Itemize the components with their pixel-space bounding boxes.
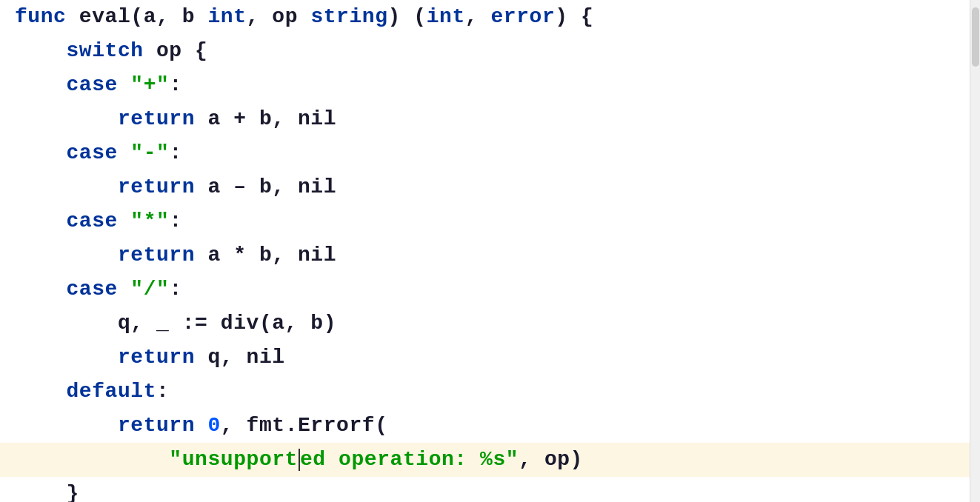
code-token: a + b, nil (207, 107, 336, 130)
code-line: case "-": (0, 136, 980, 170)
code-line: "unsupported operation: %s", op) (0, 443, 980, 477)
code-line-text: case "*": (15, 204, 182, 238)
code-token: case (66, 141, 130, 164)
code-line-text: return 0, fmt.Errorf( (15, 409, 388, 443)
code-token: : (169, 141, 181, 164)
code-token: default (66, 380, 156, 403)
code-token: string (310, 5, 387, 28)
code-token: "-" (130, 141, 169, 164)
code-token: , (465, 5, 491, 28)
code-token: "*" (130, 210, 169, 232)
code-line-text: case "+": (15, 68, 182, 102)
code-line-text: return a * b, nil (15, 238, 336, 272)
code-token: return (118, 346, 208, 369)
code-token: return (118, 244, 208, 267)
code-token: : (156, 380, 169, 403)
code-line-text: q, _ := div(a, b) (15, 307, 336, 341)
scrollbar[interactable] (970, 0, 980, 502)
code-line: return a * b, nil (0, 238, 980, 272)
text-cursor (299, 449, 300, 471)
scrollbar-thumb[interactable] (972, 7, 979, 67)
code-line-text: } (15, 477, 79, 502)
code-token: case (66, 73, 130, 96)
code-token: : (169, 73, 181, 96)
code-line: case "*": (0, 204, 980, 238)
code-line: case "+": (0, 68, 980, 102)
code-line: func eval(a, b int, op string) (int, err… (0, 0, 980, 34)
code-line: case "/": (0, 272, 980, 307)
code-line: return q, nil (0, 341, 980, 375)
code-line: default: (0, 375, 980, 409)
code-token: q, _ := div(a, b) (118, 312, 336, 335)
code-token: "unsupported operation: %s" (169, 448, 519, 471)
code-token: case (66, 210, 130, 232)
code-token: ) { (555, 5, 593, 28)
code-token: a – b, nil (207, 175, 336, 198)
code-token: : (169, 210, 181, 232)
code-token: 0 (207, 414, 220, 437)
code-line-text: return a + b, nil (15, 102, 336, 136)
code-token: } (66, 482, 79, 502)
code-line-text: case "-": (15, 136, 182, 170)
code-editor[interactable]: func eval(a, b int, op string) (int, err… (0, 0, 980, 502)
code-line: switch op { (0, 34, 980, 68)
code-token: , op (247, 5, 311, 28)
code-token: "+" (130, 73, 169, 96)
code-line-text: switch op { (15, 34, 207, 68)
code-token: ) ( (388, 5, 427, 28)
code-token: "/" (130, 278, 169, 301)
code-line: q, _ := div(a, b) (0, 307, 980, 341)
code-line: return 0, fmt.Errorf( (0, 409, 980, 443)
code-line: return a + b, nil (0, 102, 980, 136)
code-token: a * b, nil (207, 244, 336, 267)
code-token: return (118, 175, 208, 198)
code-line-text: func eval(a, b int, op string) (int, err… (15, 0, 593, 34)
code-token: switch (66, 39, 156, 62)
code-token: q, nil (207, 346, 284, 369)
code-token: error (491, 5, 556, 28)
code-content: func eval(a, b int, op string) (int, err… (0, 0, 980, 502)
code-token: op { (156, 39, 207, 62)
code-line-text: default: (15, 375, 169, 409)
code-token: case (66, 278, 130, 301)
code-token: , fmt.Errorf( (221, 414, 388, 437)
code-line: return a – b, nil (0, 170, 980, 204)
code-token: int (427, 5, 465, 28)
code-token: int (207, 5, 246, 28)
code-line-text: case "/": (15, 272, 182, 307)
code-token: func (15, 5, 79, 28)
code-line-text: "unsupported operation: %s", op) (15, 443, 583, 477)
code-token: return (118, 414, 208, 437)
code-token: : (169, 278, 181, 301)
code-line: } (0, 477, 980, 502)
code-token: , op) (519, 448, 583, 471)
code-line-text: return a – b, nil (15, 170, 336, 204)
code-token: return (118, 107, 208, 130)
code-line-text: return q, nil (15, 341, 285, 375)
code-token: eval(a, b (79, 5, 208, 28)
